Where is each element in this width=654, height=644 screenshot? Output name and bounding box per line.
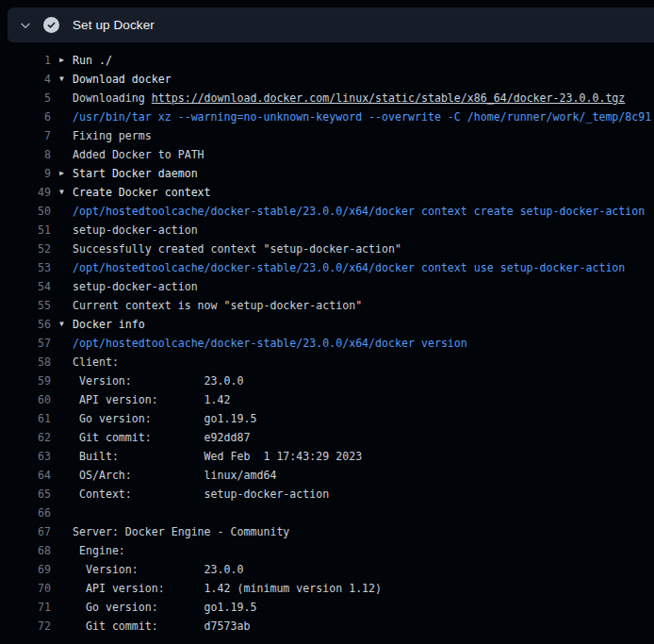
log-line-content: /opt/hostedtoolcache/docker-stable/23.0.…: [59, 202, 654, 221]
log-line: 55 Current context is now "setup-docker-…: [0, 296, 654, 315]
line-number[interactable]: 68: [0, 541, 51, 560]
line-number[interactable]: 59: [0, 372, 51, 390]
log-line-text: setup-docker-action: [73, 277, 198, 296]
log-group-row[interactable]: 4 ▼Download docker: [0, 70, 654, 89]
log-line-text: Go version: go1.19.5: [73, 409, 256, 428]
log-line-text: Run ./: [73, 51, 112, 70]
disclosure-triangle-icon[interactable]: ▼: [59, 315, 73, 334]
line-number[interactable]: 63: [0, 447, 51, 466]
log-line-text: Successfully created context "setup-dock…: [73, 239, 401, 258]
log-line-text: Client:: [73, 353, 119, 372]
log-line: 67 Server: Docker Engine - Community: [0, 522, 654, 541]
log-line-content: ▼Docker info: [59, 315, 654, 334]
line-number[interactable]: 72: [0, 617, 51, 636]
chevron-down-icon[interactable]: [11, 8, 40, 42]
log-line-content: setup-docker-action: [59, 221, 654, 239]
log-line: 61 Go version: go1.19.5: [0, 409, 654, 428]
line-number[interactable]: 67: [0, 522, 51, 541]
log-line-content: /opt/hostedtoolcache/docker-stable/23.0.…: [59, 334, 654, 353]
log-line-content: Built: Wed Feb 1 17:43:29 2023: [59, 447, 654, 466]
line-number[interactable]: 50: [0, 202, 51, 221]
log-line-content: Client:: [59, 353, 654, 372]
log-line: 69 Version: 23.0.0: [0, 560, 654, 579]
log-group-row[interactable]: 56 ▼Docker info: [0, 315, 654, 334]
line-number[interactable]: 70: [0, 579, 51, 598]
step-header[interactable]: Set up Docker: [8, 8, 654, 42]
disclosure-triangle-icon[interactable]: ▶: [59, 164, 73, 183]
log-line-text: Context: setup-docker-action: [73, 485, 329, 504]
log-line: 52 Successfully created context "setup-d…: [0, 239, 654, 258]
log-line-content: Version: 23.0.0: [59, 560, 654, 579]
line-number[interactable]: 52: [0, 239, 51, 258]
disclosure-triangle-icon[interactable]: ▼: [59, 183, 73, 202]
line-number[interactable]: 8: [0, 145, 51, 164]
log-line-text: Git commit: e92dd87: [73, 428, 250, 447]
line-number[interactable]: 64: [0, 466, 51, 485]
log-line-text: Built: Wed Feb 1 17:43:29 2023: [73, 447, 362, 466]
log-line-content: Context: setup-docker-action: [59, 485, 654, 504]
log-group-row[interactable]: 49 ▼Create Docker context: [0, 183, 654, 202]
log-line-text: Current context is now "setup-docker-act…: [73, 296, 362, 315]
log-line-text: Create Docker context: [73, 183, 211, 202]
line-number[interactable]: 66: [0, 504, 51, 522]
log-line-content: Successfully created context "setup-dock…: [59, 239, 654, 258]
log-group-row[interactable]: 1 ▶Run ./: [0, 51, 654, 70]
log-line: 71 Go version: go1.19.5: [0, 598, 654, 617]
line-number[interactable]: 51: [0, 221, 51, 239]
log-line-content: Current context is now "setup-docker-act…: [59, 296, 654, 315]
log-line-content: ▶Run ./: [59, 51, 654, 70]
log-line: 50 /opt/hostedtoolcache/docker-stable/23…: [0, 202, 654, 221]
disclosure-triangle-icon[interactable]: ▼: [59, 70, 73, 89]
log-line-text: Server: Docker Engine - Community: [73, 522, 289, 541]
log-line-text: Downloading: [73, 89, 152, 107]
line-number[interactable]: 54: [0, 277, 51, 296]
log-line-text: Start Docker daemon: [73, 164, 198, 183]
log-line-content: Server: Docker Engine - Community: [59, 522, 654, 541]
line-number[interactable]: 61: [0, 409, 51, 428]
log-line-text: /opt/hostedtoolcache/docker-stable/23.0.…: [73, 202, 645, 221]
line-number[interactable]: 6: [0, 107, 51, 126]
line-number[interactable]: 5: [0, 89, 51, 107]
log-line-content: /opt/hostedtoolcache/docker-stable/23.0.…: [59, 258, 654, 277]
line-number[interactable]: 4: [0, 70, 51, 89]
log-line-content: /usr/bin/tar xz --warning=no-unknown-key…: [59, 107, 654, 126]
line-number[interactable]: 62: [0, 428, 51, 447]
log-line: 70 API version: 1.42 (minimum version 1.…: [0, 579, 654, 598]
log-line-text: Version: 23.0.0: [73, 372, 243, 390]
line-number[interactable]: 65: [0, 485, 51, 504]
log-line-content: API version: 1.42: [59, 390, 654, 409]
line-number[interactable]: 56: [0, 315, 51, 334]
line-number[interactable]: 71: [0, 598, 51, 617]
line-number[interactable]: 7: [0, 126, 51, 145]
line-number[interactable]: 58: [0, 353, 51, 372]
log-line-content: Added Docker to PATH: [59, 145, 654, 164]
log-line: 65 Context: setup-docker-action: [0, 485, 654, 504]
log-line-content: Engine:: [59, 541, 654, 560]
log-line-text: API version: 1.42: [73, 390, 231, 409]
log-line: 8 Added Docker to PATH: [0, 145, 654, 164]
log-line: 68 Engine:: [0, 541, 654, 560]
log-link[interactable]: https://download.docker.com/linux/static…: [152, 89, 626, 107]
log-lines: 1 ▶Run ./ 4 ▼Download docker 5 Downloadi…: [0, 51, 654, 636]
line-number[interactable]: 60: [0, 390, 51, 409]
log-line-content: Version: 23.0.0: [59, 372, 654, 390]
disclosure-triangle-icon[interactable]: ▶: [59, 51, 73, 70]
log-line-text: OS/Arch: linux/amd64: [73, 466, 276, 485]
log-line: 54 setup-docker-action: [0, 277, 654, 296]
log-line-content: Git commit: e92dd87: [59, 428, 654, 447]
log-line-content: ▼Download docker: [59, 70, 654, 89]
line-number[interactable]: 9: [0, 164, 51, 183]
line-number[interactable]: 57: [0, 334, 51, 353]
log-line-text: Docker info: [73, 315, 145, 334]
log-line-text: /opt/hostedtoolcache/docker-stable/23.0.…: [73, 258, 625, 277]
log-group-row[interactable]: 9 ▶Start Docker daemon: [0, 164, 654, 183]
log-line-text: /opt/hostedtoolcache/docker-stable/23.0.…: [73, 334, 467, 353]
line-number[interactable]: 49: [0, 183, 51, 202]
line-number[interactable]: 69: [0, 560, 51, 579]
line-number[interactable]: 53: [0, 258, 51, 277]
log-line: 59 Version: 23.0.0: [0, 372, 654, 390]
line-number[interactable]: 1: [0, 51, 51, 70]
line-number[interactable]: 55: [0, 296, 51, 315]
log-line-text: Version: 23.0.0: [73, 560, 243, 579]
log-line: 58 Client:: [0, 353, 654, 372]
